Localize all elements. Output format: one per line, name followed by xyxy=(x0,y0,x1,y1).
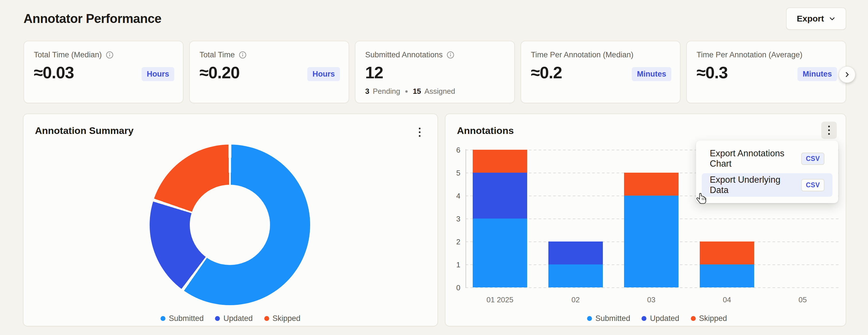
kpi-label: Time Per Annotation (Average) xyxy=(696,51,802,59)
kpi-card-submitted-annotations: Submitted Annotations 12 3 Pending 15 As… xyxy=(355,41,515,103)
pending-label: Pending xyxy=(373,87,400,96)
menu-item-export-underlying-data[interactable]: Export Underlying Data CSV xyxy=(702,173,833,197)
assigned-label: Assigned xyxy=(425,87,455,96)
bar-segment-skipped xyxy=(473,150,527,173)
gridline xyxy=(466,287,840,288)
legend-item: Submitted xyxy=(587,314,630,323)
export-menu: Export Annotations Chart CSV Export Unde… xyxy=(696,141,838,203)
bar-segment-updated xyxy=(548,242,603,265)
y-axis-tick-label: 6 xyxy=(445,146,460,155)
y-axis-tick-label: 0 xyxy=(445,283,460,292)
kpi-label: Time Per Annotation (Median) xyxy=(531,51,633,59)
legend-item: Skipped xyxy=(691,314,727,323)
kpi-card-total-time: Total Time ≈0.20 Hours xyxy=(189,41,349,103)
info-icon[interactable] xyxy=(239,51,247,59)
carousel-next-button[interactable] xyxy=(839,66,856,83)
legend-dot-icon xyxy=(587,316,592,321)
csv-badge: CSV xyxy=(801,179,825,191)
bar-segment-skipped xyxy=(624,173,679,195)
info-icon[interactable] xyxy=(446,51,454,59)
legend-dot-icon xyxy=(264,316,269,321)
x-axis-category-label: 05 xyxy=(765,296,840,304)
chevron-right-icon xyxy=(844,71,850,78)
bar-segment-submitted xyxy=(624,195,679,287)
menu-item-label: Export Underlying Data xyxy=(710,175,796,195)
y-axis-tick-label: 4 xyxy=(445,191,460,201)
kpi-value: 12 xyxy=(365,63,504,82)
y-axis-tick-label: 2 xyxy=(445,238,460,246)
x-axis-category-label: 03 xyxy=(614,296,689,304)
legend-item: Updated xyxy=(642,314,679,323)
legend-label: Updated xyxy=(650,314,679,323)
unit-badge: Hours xyxy=(307,67,340,81)
y-axis-tick-label: 5 xyxy=(445,169,460,178)
legend-dot-icon xyxy=(215,316,220,321)
bar-chart-legend: SubmittedUpdatedSkipped xyxy=(445,313,846,324)
legend-item: Submitted xyxy=(160,314,204,323)
unit-badge: Minutes xyxy=(632,67,671,81)
export-button-label: Export xyxy=(797,14,824,24)
donut-legend: SubmittedUpdatedSkipped xyxy=(24,313,437,324)
legend-dot-icon xyxy=(642,316,646,321)
legend-label: Updated xyxy=(223,314,252,323)
annotation-summary-donut-chart xyxy=(150,145,310,305)
csv-badge: CSV xyxy=(801,153,825,165)
menu-item-export-annotations-chart[interactable]: Export Annotations Chart CSV xyxy=(702,147,833,171)
annotations-panel: Annotations 654321001 202502030405 Submi… xyxy=(445,114,846,326)
y-axis-tick-label: 3 xyxy=(445,215,460,223)
menu-item-label: Export Annotations Chart xyxy=(710,148,796,169)
unit-badge: Hours xyxy=(142,67,174,81)
x-axis-category-label: 02 xyxy=(538,296,614,304)
annotation-summary-panel: Annotation Summary SubmittedUpdatedSkipp… xyxy=(23,114,438,326)
bar-segment-submitted xyxy=(473,218,527,287)
page-title: Annotator Performance xyxy=(24,11,161,26)
panel-title: Annotation Summary xyxy=(35,125,133,136)
bar-segment-skipped xyxy=(700,242,754,265)
kpi-card-footer: 3 Pending 15 Assigned xyxy=(365,87,455,96)
y-axis-tick-label: 1 xyxy=(445,261,460,269)
bar-segment-submitted xyxy=(548,265,603,287)
y-axis-line xyxy=(466,149,466,288)
chevron-down-icon xyxy=(829,15,836,22)
legend-label: Submitted xyxy=(595,314,630,323)
legend-label: Skipped xyxy=(699,314,727,323)
kpi-card-time-per-annotation-average: Time Per Annotation (Average) ≈0.3 Minut… xyxy=(686,41,846,103)
info-icon[interactable] xyxy=(106,51,114,59)
donut-hole xyxy=(190,185,270,265)
bar-segment-submitted xyxy=(700,265,754,287)
legend-item: Skipped xyxy=(264,314,301,323)
assigned-count: 15 xyxy=(413,87,421,96)
bar-segment-updated xyxy=(473,173,527,218)
kebab-menu-icon[interactable] xyxy=(413,124,426,140)
export-button[interactable]: Export xyxy=(786,7,846,30)
unit-badge: Minutes xyxy=(798,67,837,81)
legend-label: Submitted xyxy=(169,314,204,323)
legend-label: Skipped xyxy=(273,314,301,323)
kpi-card-time-per-annotation-median: Time Per Annotation (Median) ≈0.2 Minute… xyxy=(521,41,681,103)
kpi-label: Total Time xyxy=(199,51,235,59)
x-axis-category-label: 01 2025 xyxy=(462,296,538,304)
kpi-card-total-time-median: Total Time (Median) ≈0.03 Hours xyxy=(24,41,183,103)
pending-count: 3 xyxy=(365,87,369,96)
kpi-label: Total Time (Median) xyxy=(34,51,102,59)
dot-separator xyxy=(405,90,408,93)
kpi-label: Submitted Annotations xyxy=(365,51,443,59)
x-axis-category-label: 04 xyxy=(689,296,765,304)
legend-dot-icon xyxy=(691,316,696,321)
legend-dot-icon xyxy=(160,316,165,321)
legend-item: Updated xyxy=(215,314,252,323)
